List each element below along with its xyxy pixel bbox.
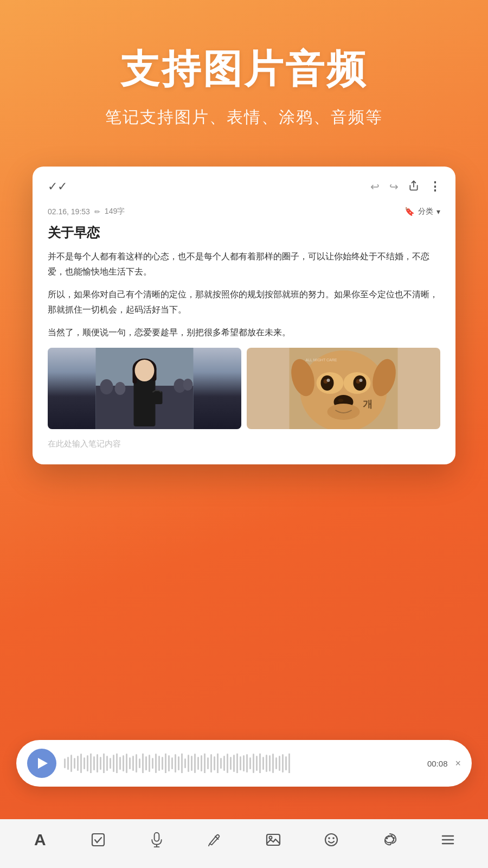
tool-pen[interactable] [203,828,227,852]
hero-title: 支持图片音频 [22,43,466,95]
hero-section: 支持图片音频 笔记支持图片、表情、涂鸦、音频等 [0,0,488,150]
svg-point-25 [328,404,360,420]
svg-text:ALL MIGHT CARE: ALL MIGHT CARE [306,358,337,362]
note-meta: 02.16, 19:53 ✏ 149字 🔖 分类 ▾ [48,207,440,216]
mic-icon [150,832,164,847]
waveform-bar [87,755,88,771]
waveform-bar [214,756,215,770]
waveform-bar [119,757,121,770]
waveform-bar [155,754,157,773]
check-icon[interactable]: ✓ [48,180,67,194]
redo-icon[interactable]: ↪ [389,180,399,193]
waveform-bar [217,754,219,773]
waveform-bar [67,757,69,770]
waveform-bar [275,757,277,769]
edit-icon: ✏ [94,208,100,216]
note-toolbar: ✓ ↩ ↪ ⋮ [48,180,440,198]
waveform-bar [90,754,92,773]
hero-subtitle: 笔记支持图片、表情、涂鸦、音频等 [22,106,466,129]
share-icon[interactable] [408,180,419,194]
audio-waveform [64,754,420,773]
waveform-bar [240,756,241,770]
waveform-bar [126,754,127,773]
note-category[interactable]: 🔖 分类 ▾ [404,207,440,216]
waveform-bar [223,756,225,771]
waveform-bar [249,757,251,769]
waveform-bar [171,757,173,769]
svg-text:개: 개 [363,399,373,410]
waveform-bar [110,758,111,769]
undo-icon[interactable]: ↩ [370,180,380,193]
note-input-placeholder[interactable]: 在此处输入笔记内容 [48,437,440,451]
tool-emoji[interactable] [319,828,343,852]
waveform-bar [142,754,144,773]
waveform-bar [93,756,95,770]
waveform-bar [168,755,170,771]
waveform-bar [158,756,160,771]
waveform-bar [269,755,271,771]
waveform-bar [175,754,176,773]
waveform-bar [279,756,280,771]
svg-point-3 [100,379,113,394]
waveform-bar [152,758,153,769]
waveform-bar [194,754,196,773]
waveform-bar [220,758,222,769]
audio-time: 00:08 [427,759,448,768]
svg-rect-36 [267,834,280,845]
waveform-bar [64,758,66,768]
waveform-bar [191,756,192,771]
text-icon: A [34,831,46,849]
svg-point-6 [183,379,193,391]
svg-rect-7 [134,378,156,426]
waveform-bar [253,754,254,773]
tool-checkbox[interactable] [86,828,110,852]
waveform-bar [210,754,212,773]
dropdown-icon: ▾ [436,207,440,216]
waveform-bar [113,755,114,772]
waveform-bar [259,754,261,773]
waveform-bar [80,754,82,773]
waveform-bar [243,755,245,771]
image-dog[interactable]: 개 ALL MIGHT CARE [247,348,440,429]
category-label: 分类 [418,207,433,216]
pen-icon [208,832,222,847]
svg-point-4 [115,382,126,395]
tool-image[interactable] [261,828,285,852]
list-icon [440,833,455,847]
waveform-bar [288,754,290,773]
waveform-bar [70,755,72,772]
tool-mic[interactable] [145,828,169,852]
toolbar-left: ✓ [48,180,67,194]
waveform-bar [132,756,134,771]
meta-date: 02.16, 19:53 [48,207,90,216]
waveform-bar [262,757,264,770]
tool-text[interactable]: A [28,828,52,852]
toolbar-right: ↩ ↪ ⋮ [370,180,440,194]
waveform-bar [77,756,79,771]
more-icon[interactable]: ⋮ [429,180,440,194]
palette-icon [382,832,397,847]
svg-point-11 [135,360,155,381]
svg-point-43 [390,835,393,837]
note-paragraph-3: 当然了，顺便说一句，恋爱要趁早，别把很多希望都放在未来。 [48,325,440,340]
bookmark-icon: 🔖 [404,207,415,216]
waveform-bar [282,754,284,773]
waveform-bar [74,758,75,769]
bottom-toolbar: A [0,819,488,868]
audio-close-button[interactable]: × [455,758,461,769]
waveform-bar [285,756,287,770]
checkbox-icon [91,832,106,847]
svg-point-39 [328,837,330,839]
waveform-bar [272,754,274,773]
image-girl[interactable] [48,348,241,429]
waveform-bar [233,755,235,772]
waveform-bar [162,757,163,770]
waveform-bar [136,754,137,773]
tool-list[interactable] [436,828,460,852]
waveform-bar [84,757,85,769]
waveform-bar [204,754,206,773]
svg-point-24 [338,399,344,402]
waveform-bar [178,756,179,770]
audio-play-button[interactable] [27,749,56,778]
tool-palette[interactable] [378,828,402,852]
